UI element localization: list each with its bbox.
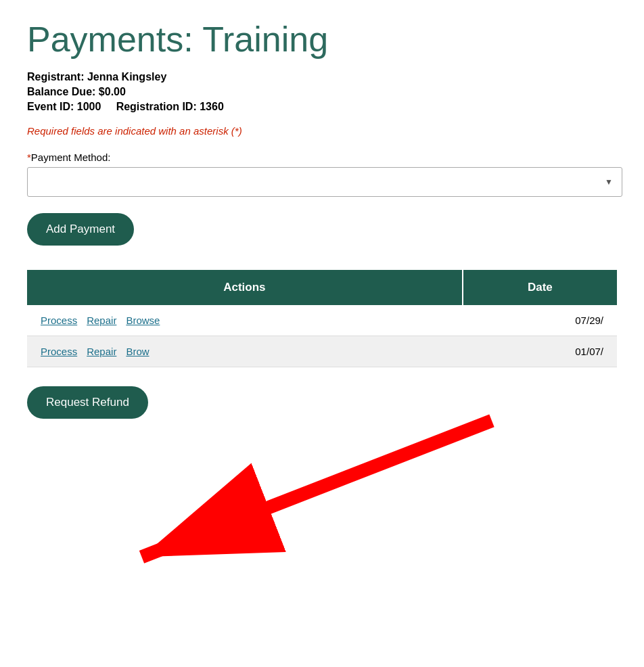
action-link-process[interactable]: Process: [41, 315, 77, 326]
balance-value: $0.00: [99, 86, 126, 97]
request-refund-button[interactable]: Request Refund: [27, 386, 148, 419]
page-title: Payments: Training: [27, 20, 617, 59]
registration-id-value: 1360: [200, 101, 224, 112]
actions-column-header: Actions: [27, 270, 463, 305]
event-id-value: 1000: [77, 101, 101, 112]
table-row: ProcessRepairBrowse07/29/: [27, 305, 617, 336]
date-cell: 01/07/: [463, 336, 617, 367]
payments-table: Actions Date ProcessRepairBrowse07/29/Pr…: [27, 270, 617, 367]
date-cell: 07/29/: [463, 305, 617, 336]
registrant-label: Registrant:: [27, 71, 84, 83]
payment-method-select[interactable]: [27, 167, 622, 197]
action-link-brow[interactable]: Brow: [126, 346, 149, 357]
action-link-repair[interactable]: Repair: [87, 346, 116, 357]
required-notice: Required fields are indicated with an as…: [27, 125, 617, 137]
ids-info: Event ID: 1000 Registration ID: 1360: [27, 101, 617, 113]
refund-button-container: Request Refund: [27, 386, 148, 419]
table-row: ProcessRepairBrow01/07/: [27, 336, 617, 367]
info-block: Registrant: Jenna Kingsley Balance Due: …: [27, 71, 617, 113]
registrant-name: Jenna Kingsley: [87, 71, 166, 83]
asterisk: *: [27, 152, 31, 163]
page-wrapper: Payments: Training Registrant: Jenna Kin…: [27, 20, 617, 419]
payment-method-wrapper: [27, 167, 622, 197]
svg-line-1: [141, 421, 492, 557]
balance-info: Balance Due: $0.00: [27, 86, 617, 98]
balance-label: Balance Due:: [27, 86, 95, 97]
add-payment-button[interactable]: Add Payment: [27, 213, 134, 246]
action-link-repair[interactable]: Repair: [87, 315, 116, 326]
annotation-arrow: [27, 406, 617, 609]
table-header-row: Actions Date: [27, 270, 617, 305]
action-link-browse[interactable]: Browse: [126, 315, 160, 326]
actions-cell: ProcessRepairBrowse: [27, 305, 463, 336]
date-column-header: Date: [463, 270, 617, 305]
action-link-process[interactable]: Process: [41, 346, 77, 357]
payment-method-label: *Payment Method:: [27, 152, 617, 163]
event-id-label: Event ID:: [27, 101, 74, 112]
actions-cell: ProcessRepairBrow: [27, 336, 463, 367]
registration-id-label: Registration ID:: [116, 101, 197, 112]
registrant-info: Registrant: Jenna Kingsley: [27, 71, 617, 83]
